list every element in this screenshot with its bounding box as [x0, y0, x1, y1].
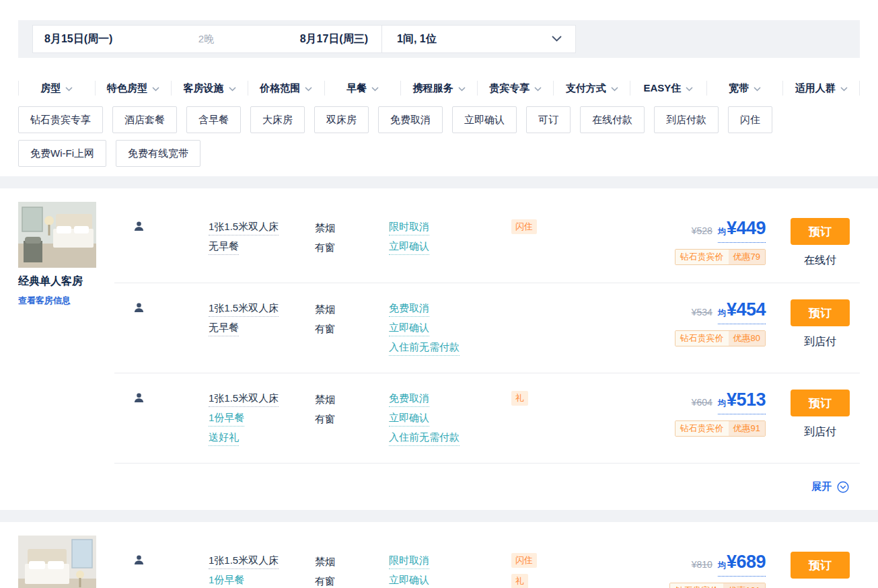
tag-diamond-vip[interactable]: 钻石贵宾专享 — [18, 106, 103, 133]
book-button[interactable]: 预订 — [791, 552, 850, 579]
rate-list: 1张1.5米双人床 1份早餐 送好礼 禁烟 有窗 限时取消 立即确认 闪住 礼 … — [114, 536, 860, 588]
original-price: ¥528 — [692, 225, 712, 236]
filter-dropdown-room-type[interactable]: 房型 — [18, 81, 96, 96]
filter-dropdown-special-room[interactable]: 特色房型 — [96, 81, 172, 96]
prepay-policy[interactable]: 入住前无需付款 — [389, 429, 511, 448]
average-price[interactable]: 均 ¥454 — [718, 299, 766, 324]
checkin-date[interactable]: 8月15日(周一) — [44, 32, 112, 46]
guest-icon — [133, 302, 145, 314]
filter-dropdown-row: 房型 特色房型 客房设施 价格范围 早餐 携程服务 贵宾专享 支付方式 EASY… — [18, 81, 860, 96]
tag-pay-online[interactable]: 在线付款 — [580, 106, 645, 133]
occupancy-selector[interactable]: 1间, 1位 — [382, 26, 575, 52]
date-search-box: 8月15日(周一) 2晚 8月17日(周三) 1间, 1位 — [32, 25, 576, 53]
chevron-down-icon — [552, 33, 562, 45]
price-cell: ¥810 均 ¥689 钻石贵宾价 优惠121 — [582, 552, 780, 588]
nights-count: 2晚 — [198, 33, 214, 46]
flash-stay-tag: 闪住 — [511, 219, 537, 234]
action-cell: 预订 在线付 — [780, 552, 860, 588]
room-photo[interactable] — [18, 202, 96, 268]
filter-dropdown-ctrip-service[interactable]: 携程服务 — [401, 81, 478, 96]
occupancy-value[interactable]: 1间, 1位 — [397, 32, 437, 46]
promo-tag-cell: 闪住 礼 — [511, 552, 582, 588]
policy-cell: 限时取消 立即确认 — [389, 552, 511, 588]
tag-free-cancel[interactable]: 免费取消 — [378, 106, 443, 133]
feature-cell: 禁烟 有窗 — [315, 299, 389, 358]
date-range-picker[interactable]: 8月15日(周一) 2晚 8月17日(周三) — [33, 26, 382, 52]
chevron-down-icon — [686, 82, 693, 94]
confirm-policy[interactable]: 立即确认 — [389, 237, 511, 257]
tag-flash-stay[interactable]: 闪住 — [728, 106, 772, 133]
average-price[interactable]: 均 ¥449 — [718, 218, 766, 243]
filter-dropdown-broadband[interactable]: 宽带 — [707, 81, 784, 96]
bed-type[interactable]: 1张1.5米双人床 — [209, 552, 315, 571]
bed-type[interactable]: 1张1.5米双人床 — [209, 299, 315, 319]
vip-price-badge: 钻石贵宾价 优惠80 — [675, 330, 766, 346]
gift-tag: 礼 — [511, 391, 528, 406]
bed-meal-cell: 1张1.5米双人床 无早餐 — [209, 218, 315, 268]
prepay-policy[interactable]: 入住前无需付款 — [389, 338, 511, 358]
average-price[interactable]: 均 ¥689 — [718, 552, 766, 577]
tag-big-bed[interactable]: 大床房 — [250, 106, 305, 133]
original-price: ¥604 — [692, 397, 712, 408]
rate-row: 1张1.5米双人床 1份早餐 送好礼 禁烟 有窗 限时取消 立即确认 闪住 礼 … — [114, 536, 860, 588]
filter-dropdown-breakfast[interactable]: 早餐 — [325, 81, 402, 96]
average-price[interactable]: 均 ¥513 — [718, 390, 766, 414]
checkout-date[interactable]: 8月17日(周三) — [300, 32, 368, 46]
policy-cell: 免费取消 立即确认 入住前无需付款 — [389, 390, 511, 448]
filter-dropdown-easy-stay[interactable]: EASY住 — [630, 81, 707, 96]
chevron-down-icon — [229, 82, 236, 94]
gift-tag: 礼 — [511, 574, 528, 588]
filter-dropdown-payment[interactable]: 支付方式 — [554, 81, 630, 96]
room-info-link[interactable]: 查看客房信息 — [18, 295, 114, 307]
section-divider — [0, 176, 878, 188]
tag-breakfast-included[interactable]: 含早餐 — [186, 106, 241, 133]
expand-rates-button[interactable]: 展开 — [114, 463, 860, 510]
current-price: ¥513 — [727, 390, 766, 410]
cancel-policy[interactable]: 限时取消 — [389, 552, 511, 571]
promo-tag-cell: 闪住 — [511, 218, 582, 268]
meal-info[interactable]: 无早餐 — [209, 319, 315, 338]
meal-info[interactable]: 1份早餐 — [209, 409, 315, 429]
gift-info[interactable]: 送好礼 — [209, 429, 315, 448]
book-button[interactable]: 预订 — [791, 299, 850, 326]
bed-type[interactable]: 1张1.5米双人床 — [209, 218, 315, 237]
price-cell: ¥604 均 ¥513 钻石贵宾价 优惠91 — [582, 390, 780, 448]
room-summary — [18, 536, 114, 588]
room-name: 经典单人客房 — [18, 274, 114, 289]
cancel-policy[interactable]: 限时取消 — [389, 218, 511, 237]
tag-hotel-package[interactable]: 酒店套餐 — [112, 106, 177, 133]
vip-price-badge: 钻石贵宾价 优惠79 — [675, 249, 766, 265]
book-button[interactable]: 预订 — [791, 390, 850, 416]
current-price: ¥449 — [727, 218, 766, 239]
tag-twin-bed[interactable]: 双床房 — [314, 106, 369, 133]
filter-dropdown-vip[interactable]: 贵宾专享 — [478, 81, 554, 96]
room-photo[interactable] — [18, 536, 96, 588]
confirm-policy[interactable]: 立即确认 — [389, 571, 511, 588]
smoking-info: 禁烟 — [315, 299, 389, 319]
meal-info[interactable]: 1份早餐 — [209, 571, 315, 588]
chevron-down-icon — [371, 82, 379, 94]
tag-free-wired[interactable]: 免费有线宽带 — [116, 140, 200, 167]
filter-dropdown-guest-type[interactable]: 适用人群 — [783, 81, 860, 96]
cancel-policy[interactable]: 免费取消 — [389, 390, 511, 409]
tag-pay-at-hotel[interactable]: 到店付款 — [654, 106, 719, 133]
filter-dropdown-price-range[interactable]: 价格范围 — [248, 81, 325, 96]
promo-tag-cell — [511, 299, 582, 358]
meal-info[interactable]: 无早餐 — [209, 237, 315, 257]
current-price: ¥454 — [727, 299, 766, 320]
chevron-down-icon — [305, 82, 312, 94]
tag-free-wifi[interactable]: 免费Wi-Fi上网 — [18, 140, 106, 167]
room-card: 经典单人客房 查看客房信息 1张1.5米双人床 无早餐 禁烟 有窗 限时取消 立… — [0, 188, 878, 510]
confirm-policy[interactable]: 立即确认 — [389, 409, 511, 429]
occupancy-cell — [114, 218, 209, 268]
book-button[interactable]: 预订 — [791, 218, 850, 245]
cancel-policy[interactable]: 免费取消 — [389, 299, 511, 319]
rate-row: 1张1.5米双人床 无早餐 禁烟 有窗 免费取消 立即确认 入住前无需付款 ¥5… — [114, 283, 860, 373]
confirm-policy[interactable]: 立即确认 — [389, 319, 511, 338]
tag-bookable[interactable]: 可订 — [526, 106, 571, 133]
bed-type[interactable]: 1张1.5米双人床 — [209, 390, 315, 409]
chevron-down-icon — [754, 82, 761, 94]
bed-meal-cell: 1张1.5米双人床 无早餐 — [209, 299, 315, 358]
tag-instant-confirm[interactable]: 立即确认 — [452, 106, 517, 133]
filter-dropdown-facilities[interactable]: 客房设施 — [172, 81, 248, 96]
